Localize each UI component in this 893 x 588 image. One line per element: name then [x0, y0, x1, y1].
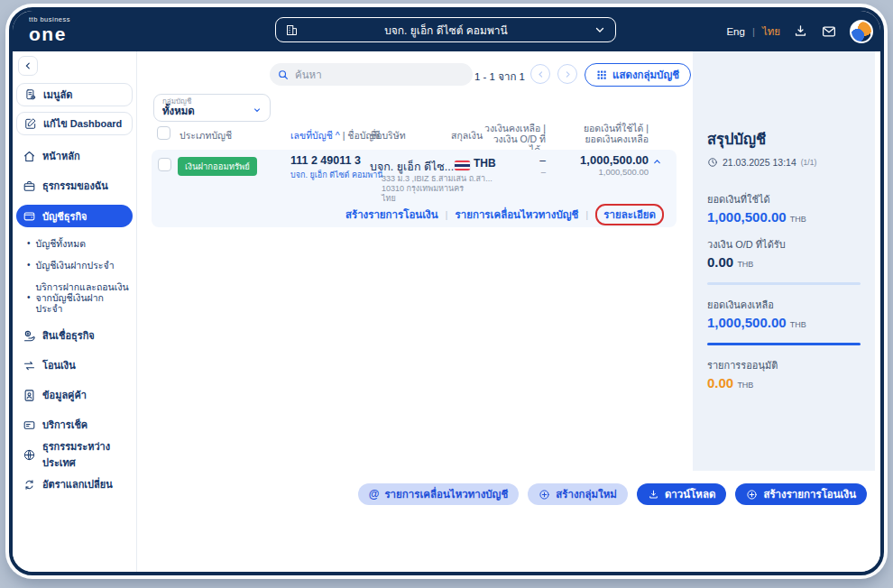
download-button[interactable]: ดาวน์โหลด: [637, 483, 727, 505]
plus-circle-icon: [746, 489, 758, 501]
sidebar-item-label: บริการเช็ค: [42, 417, 87, 433]
create-group-button-label: สร้างกลุ่มใหม่: [556, 486, 617, 502]
chevron-down-icon: [253, 106, 262, 115]
topbar-right: Eng | ไทย: [726, 11, 873, 51]
summary-title: สรุปบัญชี: [707, 127, 861, 151]
account-table-row[interactable]: เงินฝากออมทรัพย์ 111 2 49011 3 บจก. ยูเอ…: [152, 150, 677, 227]
pagination-status: 1 - 1 จาก 1: [474, 69, 525, 85]
download-icon[interactable]: [793, 23, 808, 39]
address-line1: 333 ม.3 ,IBIZ ธ.สามเสน ถ.สา...: [382, 174, 493, 184]
currency-unit: THB: [737, 260, 753, 269]
summary-divider: [707, 282, 861, 285]
show-account-groups-button[interactable]: แสดงกลุ่มบัญชี: [585, 63, 691, 87]
summary-timestamp: 21.03.2025 13:14: [723, 157, 796, 168]
wallet-icon: [23, 209, 36, 223]
column-header-account-no[interactable]: เลขที่บัญชี: [290, 130, 333, 141]
available-balance-label: ยอดเงินที่ใช้ได้: [707, 191, 861, 207]
details-link[interactable]: รายละเอียด: [595, 204, 664, 225]
sidebar-item-label: บัญชีทั้งหมด: [36, 238, 86, 249]
available-balance-value: 1,000,500.00 THB: [707, 209, 861, 225]
column-header-account[interactable]: เลขที่บัญชี ^ | ชื่อบัญชี: [290, 128, 380, 143]
ledger-balance-amount: 1,000,500.00: [707, 315, 787, 330]
menu-shortcut-icon: [24, 88, 37, 101]
thai-flag-icon: [455, 161, 470, 170]
summary-divider-strong: [707, 343, 861, 345]
grid-icon: [596, 69, 607, 80]
account-number: 111 2 49011 3: [290, 154, 361, 167]
select-all-checkbox[interactable]: [157, 126, 170, 140]
sidebar-item-my-transactions[interactable]: ธุรกรรมของฉัน: [16, 178, 133, 194]
account-group-dropdown[interactable]: กลุ่มบัญชี ทั้งหมด: [153, 94, 271, 122]
logo-line2: one: [29, 24, 70, 43]
account-activity-button[interactable]: @ รายการเคลื่อนไหวทางบัญชี: [358, 483, 520, 505]
row-action-links: สร้างรายการโอนเงิน | รายการเคลื่อนไหวทาง…: [345, 204, 664, 225]
create-transfer-button-label: สร้างรายการโอนเงิน: [763, 486, 856, 502]
app-window: ttb business one บจก. ยูเอ็ก ดีไซต์ คอมพ…: [9, 7, 884, 575]
search-icon: [277, 69, 290, 81]
sidebar-item-business-accounts[interactable]: บัญชีธุรกิจ: [16, 205, 133, 227]
column-header-company[interactable]: ชื่อบริษัท: [370, 128, 406, 143]
sidebar-item-edit-dashboard[interactable]: แก้ไข Dashboard: [16, 112, 133, 135]
sidebar-item-partner-info[interactable]: ข้อมูลคู่ค้า: [16, 387, 133, 403]
account-type-badge: เงินฝากออมทรัพย์: [178, 157, 257, 176]
mail-icon[interactable]: [821, 23, 837, 40]
sidebar-item-cheque-services[interactable]: บริการเช็ค: [16, 417, 133, 433]
address-line3: ไทย: [382, 194, 493, 204]
pagination-prev-button[interactable]: [530, 64, 550, 84]
account-summary-panel: สรุปบัญชี 21.03.2025 13:14 (1/1) ยอดเงิน…: [693, 51, 875, 471]
sidebar-item-exchange-rates[interactable]: อัตราแลกเปลี่ยน: [16, 476, 133, 492]
sidebar-item-home[interactable]: หน้าหลัก: [16, 148, 133, 164]
create-group-button[interactable]: สร้างกลุ่มใหม่: [528, 483, 628, 505]
clock-icon: [707, 157, 718, 168]
show-account-groups-label: แสดงกลุ่มบัญชี: [612, 67, 679, 83]
sort-asc-icon: ^: [333, 130, 340, 141]
edit-icon: [24, 117, 37, 130]
sidebar-item-label: บริการฝากและถอนเงิน จากบัญชีเงินฝากประจำ: [36, 281, 129, 314]
sidebar-item-label: อัตราแลกเปลี่ยน: [42, 476, 113, 492]
account-activity-link[interactable]: รายการเคลื่อนไหวทางบัญชี: [456, 207, 579, 223]
sidebar-item-business-loans[interactable]: สินเชื่อธุรกิจ: [16, 327, 133, 344]
row-checkbox[interactable]: [158, 158, 171, 171]
sidebar-subitem-all-accounts[interactable]: • บัญชีทั้งหมด: [16, 238, 133, 249]
pending-approval-label: รายการรออนุมัติ: [707, 357, 861, 373]
download-icon: [648, 489, 659, 501]
column-header-balance[interactable]: ยอดเงินที่ใช้ได้ | ยอดเงินคงเหลือ: [568, 123, 649, 144]
company-name: บจก. ยูเอ็ก ดีไซ...: [370, 158, 454, 176]
column-header-type[interactable]: ประเภทบัญชี: [180, 128, 232, 143]
sidebar-item-international[interactable]: ธุรกรรมระหว่างประเทศ: [16, 446, 133, 463]
available-balance-amount: 1,000,500.00: [707, 209, 787, 225]
bullet-icon: •: [27, 238, 31, 249]
lang-divider: |: [752, 26, 755, 37]
lang-eng[interactable]: Eng: [726, 26, 744, 37]
pagination-next-button[interactable]: [557, 64, 577, 84]
activity-icon: @: [369, 489, 380, 500]
sidebar-item-label: แก้ไข Dashboard: [43, 115, 122, 132]
transfer-icon: [23, 359, 36, 372]
sidebar-item-transfer[interactable]: โอนเงิน: [16, 357, 133, 373]
column-header-limit-line1: วงเงินคงเหลือ |: [478, 123, 546, 133]
home-icon: [23, 150, 36, 163]
column-header-balance-line2: ยอดเงินคงเหลือ: [568, 133, 649, 144]
sidebar-item-label: ธุรกรรมของฉัน: [42, 178, 108, 194]
search-input[interactable]: [295, 69, 465, 80]
create-transfer-link[interactable]: สร้างรายการโอนเงิน: [345, 207, 438, 223]
search-box[interactable]: [270, 63, 473, 86]
sidebar-collapse-button[interactable]: [18, 56, 38, 76]
sidebar-subitem-deposit-withdraw-service[interactable]: • บริการฝากและถอนเงิน จากบัญชีเงินฝากประ…: [16, 281, 133, 314]
lang-thai[interactable]: ไทย: [762, 23, 780, 40]
company-selector[interactable]: บจก. ยูเอ็ก ดีไซต์ คอมพานี: [275, 17, 616, 42]
summary-page-note: (1/1): [801, 158, 816, 167]
logo-line1: ttb business: [29, 16, 70, 23]
collapse-row-icon[interactable]: [652, 157, 662, 167]
create-transfer-button[interactable]: สร้างรายการโอนเงิน: [735, 483, 867, 505]
account-group-dropdown-value: ทั้งหมด: [162, 106, 262, 117]
ledger-balance-label: ยอดเงินคงเหลือ: [707, 297, 861, 313]
sidebar-item-quick-menu[interactable]: เมนูลัด: [16, 83, 133, 106]
ttb-one-logo: ttb business one: [29, 16, 70, 43]
sidebar-item-label: สินเชื่อธุรกิจ: [42, 327, 95, 344]
sidebar-item-label: บัญชีเงินฝากประจำ: [36, 260, 115, 271]
avatar[interactable]: [850, 20, 873, 43]
sidebar-item-label: โอนเงิน: [42, 357, 76, 373]
sidebar-subitem-fixed-deposit[interactable]: • บัญชีเงินฝากประจำ: [16, 260, 133, 271]
briefcase-icon: [23, 179, 36, 193]
